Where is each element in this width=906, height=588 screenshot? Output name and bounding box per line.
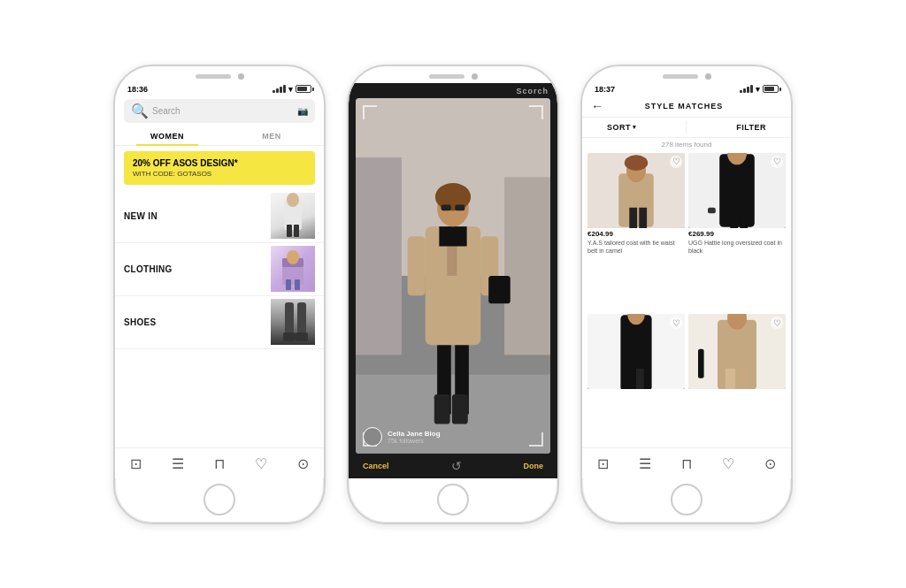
svg-rect-9: [285, 302, 294, 333]
corner-bracket-tl: [363, 105, 377, 119]
speaker-2: [429, 74, 465, 79]
product-card-2[interactable]: ♡ €269.99 UGG Hattie long oversized coat…: [688, 153, 786, 311]
wifi-icon: ▾: [288, 85, 293, 94]
svg-rect-52: [726, 369, 735, 389]
svg-rect-54: [698, 349, 704, 378]
bottom-nav-3: ⊡ ☰ ⊓ ♡ ⊙: [582, 447, 791, 478]
nav-profile[interactable]: ⊙: [289, 455, 316, 473]
nav-home-3[interactable]: ⊡: [590, 455, 617, 473]
product-image-3: ♡: [587, 314, 685, 389]
chevron-down-icon: ▾: [633, 124, 637, 131]
svg-rect-2: [287, 225, 292, 237]
matches-header: ← STYLE MATCHES: [582, 95, 791, 117]
svg-rect-17: [504, 177, 550, 355]
category-item-shoes[interactable]: SHOES: [115, 296, 324, 349]
product-card-3[interactable]: ♡: [587, 314, 685, 445]
filter-button[interactable]: FILTER: [736, 123, 766, 132]
home-button-3[interactable]: [671, 484, 703, 515]
svg-rect-27: [439, 226, 466, 246]
svg-point-37: [625, 155, 648, 171]
tab-men[interactable]: MEN: [219, 126, 324, 145]
nav-search[interactable]: ☰: [165, 455, 191, 473]
back-button[interactable]: ←: [591, 99, 603, 113]
category-image-shoes: [271, 299, 315, 345]
svg-point-1: [287, 193, 299, 207]
front-camera-2: [472, 73, 478, 80]
wishlist-button-3[interactable]: ♡: [670, 317, 682, 329]
nav-heart-3[interactable]: ♡: [715, 455, 741, 473]
search-icon: 🔍: [131, 103, 149, 119]
category-label-clothing: CLOTHING: [124, 264, 173, 274]
promo-subtitle: WITH CODE: GOTASOS: [133, 170, 306, 178]
influencer-name: Cella Jane Blog: [388, 430, 441, 438]
tab-women[interactable]: WOMEN: [115, 126, 219, 145]
nav-home[interactable]: ⊡: [123, 455, 150, 473]
svg-rect-16: [356, 157, 402, 355]
category-list: NEW IN CLOTHING: [115, 190, 324, 447]
battery-icon: [296, 85, 311, 93]
camera-icon[interactable]: 📷: [297, 106, 308, 116]
category-label-shoes: SHOES: [124, 317, 157, 327]
home-button[interactable]: [203, 484, 235, 515]
front-camera: [238, 73, 244, 80]
influencer-followers: 75k followers: [388, 438, 441, 444]
category-tabs: WOMEN MEN: [115, 126, 324, 146]
corner-bracket-tr: [529, 105, 543, 119]
camera-bottom-bar: Cancel ↺ Done: [349, 454, 557, 478]
speaker: [196, 74, 231, 79]
sort-button[interactable]: SORT ▾: [607, 123, 637, 132]
home-button-2[interactable]: [437, 484, 469, 515]
sort-label: SORT: [607, 123, 631, 132]
product-image-1: ♡: [587, 153, 685, 228]
nav-search-3[interactable]: ☰: [632, 455, 658, 473]
product-grid: ♡ €204.99 Y.A.S tailored coat with tie w…: [582, 151, 791, 447]
product-card-4[interactable]: ♡: [688, 314, 786, 445]
svg-rect-24: [408, 236, 426, 295]
page-title: STYLE MATCHES: [645, 102, 723, 111]
phone3-status-bar: 18:37 ▾: [582, 83, 791, 95]
wishlist-button-4[interactable]: ♡: [771, 317, 783, 329]
svg-rect-47: [626, 369, 634, 389]
product-card-1[interactable]: ♡ €204.99 Y.A.S tailored coat with tie w…: [587, 153, 685, 311]
nav-bag[interactable]: ⊓: [206, 455, 233, 473]
cancel-button[interactable]: Cancel: [363, 462, 389, 470]
phone-3: 18:37 ▾ ← STYLE MATC: [580, 65, 793, 524]
search-input[interactable]: Search: [152, 106, 294, 116]
svg-rect-7: [286, 279, 291, 290]
nav-bag-3[interactable]: ⊓: [673, 455, 700, 473]
rotate-icon[interactable]: ↺: [451, 459, 462, 473]
phone3-top: [582, 66, 791, 83]
phone2-screen: Scorch: [349, 83, 557, 478]
phone1-screen: 🔍 Search 📷 WOMEN MEN 20% OFF ASOS DESIGN…: [115, 95, 324, 478]
promo-banner[interactable]: 20% OFF ASOS DESIGN* WITH CODE: GOTASOS: [124, 151, 315, 185]
category-image-newin: [271, 193, 315, 239]
wishlist-button-2[interactable]: ♡: [771, 156, 783, 168]
svg-rect-30: [441, 204, 451, 210]
scorch-header: Scorch: [349, 83, 557, 98]
camera-preview: Cella Jane Blog 75k followers: [356, 98, 550, 454]
svg-rect-26: [488, 276, 511, 303]
wifi-icon-3: ▾: [756, 85, 760, 94]
category-item-newin[interactable]: NEW IN: [115, 190, 324, 243]
svg-rect-41: [740, 212, 748, 228]
phone-1: 18:36 ▾ 🔍 Search: [113, 65, 326, 524]
items-found: 278 items found: [582, 138, 791, 151]
promo-title: 20% OFF ASOS DESIGN*: [133, 158, 306, 168]
wishlist-button-1[interactable]: ♡: [670, 156, 682, 168]
category-label-newin: NEW IN: [124, 211, 157, 221]
svg-rect-10: [297, 302, 306, 333]
svg-rect-43: [708, 207, 716, 213]
category-item-clothing[interactable]: CLOTHING: [115, 243, 324, 296]
screenshot-container: 18:36 ▾ 🔍 Search: [0, 0, 906, 588]
svg-rect-34: [629, 207, 637, 227]
signal-icon: [273, 85, 286, 93]
phone1-status-bar: 18:36 ▾: [115, 83, 324, 95]
svg-point-29: [435, 183, 471, 210]
nav-profile-3[interactable]: ⊙: [756, 455, 783, 473]
svg-rect-20: [434, 394, 450, 424]
done-button[interactable]: Done: [523, 462, 543, 470]
search-bar[interactable]: 🔍 Search 📷: [124, 99, 315, 123]
status-time-3: 18:37: [595, 85, 615, 94]
bottom-nav: ⊡ ☰ ⊓ ♡ ⊙: [115, 447, 324, 478]
nav-heart[interactable]: ♡: [248, 455, 274, 473]
